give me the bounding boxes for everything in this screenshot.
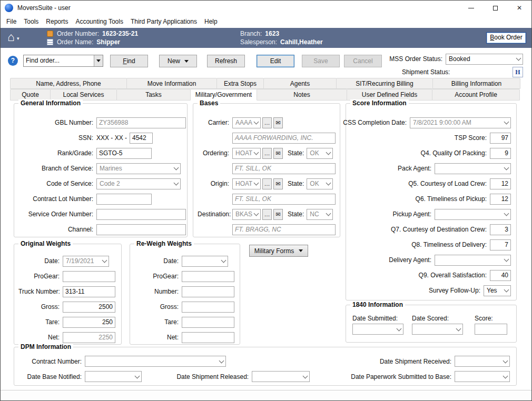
refresh-button[interactable]: Refresh — [207, 55, 245, 67]
carrier-lookup-button[interactable]: … — [262, 117, 272, 128]
date-base-notified-select[interactable] — [85, 371, 142, 382]
code-of-service-select[interactable]: Code 2 — [96, 178, 181, 189]
tab-extra-stops[interactable]: Extra Stops — [216, 78, 264, 89]
contract-number-select[interactable] — [85, 356, 226, 367]
destination-lookup-button[interactable]: … — [262, 209, 272, 220]
delivery-agent-select[interactable] — [435, 255, 511, 266]
menu-third-party-applications[interactable]: Third Party Applications — [127, 16, 201, 27]
pickup-agent-select[interactable] — [435, 209, 511, 220]
find-order-combobox[interactable]: Find order... — [23, 55, 103, 67]
maximize-button[interactable] — [483, 1, 507, 15]
help-icon[interactable]: ? — [8, 56, 18, 66]
find-order-dropdown-button[interactable] — [94, 55, 103, 66]
channel-input[interactable] — [96, 224, 186, 235]
destination-state-select[interactable]: NC — [307, 209, 333, 220]
branch-value: 1623 — [265, 30, 279, 37]
score-information-group: Score Information CSS Completion Date: 7… — [346, 103, 517, 300]
reweigh-number-input[interactable] — [182, 286, 234, 297]
date-label: Date: — [134, 257, 179, 265]
q5-courtesy-of-load-crew-input[interactable]: 12 — [490, 178, 511, 189]
q9-overall-satisfaction-input[interactable]: 40 — [490, 270, 511, 281]
original-tare-input[interactable]: 250 — [63, 317, 115, 328]
q7-courtesy-of-destination-crew-input[interactable]: 3 — [490, 224, 511, 235]
menu-accounting-tools[interactable]: Accounting Tools — [72, 16, 127, 27]
tab-account-profile[interactable]: Account Profile — [432, 89, 520, 101]
salesperson-label: Salesperson: — [240, 38, 277, 46]
tab-quote[interactable]: Quote — [10, 89, 51, 101]
ordering-mail-button[interactable]: ✉ — [273, 148, 283, 159]
tsp-score-input[interactable]: 97 — [490, 133, 511, 144]
tab-sit-recurring-billing[interactable]: SIT/Recurring Billing — [336, 78, 433, 89]
date-scored-select[interactable] — [412, 324, 463, 335]
q8-timeliness-of-delivery-input[interactable]: 7 — [490, 239, 511, 250]
score-1840-input[interactable] — [475, 324, 507, 335]
ordering-state-select[interactable]: OK — [307, 148, 333, 159]
home-menu-button[interactable]: ⌂ ▾ — [7, 30, 19, 44]
menu-bar: File Tools Reports Accounting Tools Thir… — [1, 15, 531, 28]
find-order-input[interactable]: Find order... — [24, 55, 94, 66]
menu-tools[interactable]: Tools — [20, 16, 42, 27]
close-button[interactable]: ✕ — [507, 1, 531, 15]
shipment-status-history-button[interactable]: H — [513, 67, 523, 77]
origin-base-select[interactable]: HOAT — [232, 178, 261, 189]
contract-lot-number-input[interactable] — [96, 194, 152, 205]
mail-icon: ✉ — [275, 211, 280, 218]
tab-military-government[interactable]: Military/Government — [190, 89, 257, 101]
tab-move-information[interactable]: Move Information — [126, 78, 217, 89]
tab-user-defined-fields[interactable]: User Defined Fields — [347, 89, 432, 101]
gbl-number-input[interactable]: ZY356988 — [96, 117, 186, 128]
military-forms-button[interactable]: Military Forms — [249, 245, 308, 257]
date-paperwork-submitted-select[interactable] — [455, 371, 510, 382]
tab-tasks[interactable]: Tasks — [116, 89, 191, 101]
chevron-down-icon — [503, 358, 508, 363]
destination-base-select[interactable]: BKAS — [232, 209, 261, 220]
date-shipment-released-select[interactable] — [252, 371, 310, 382]
origin-state-select[interactable]: OK — [307, 178, 333, 189]
q6-timeliness-of-pickup-input[interactable]: 12 — [490, 194, 511, 205]
menu-help[interactable]: Help — [201, 16, 221, 27]
rank-grade-input[interactable]: SGTO-5 — [96, 148, 152, 159]
ordering-lookup-button[interactable]: … — [262, 148, 272, 159]
menu-file[interactable]: File — [3, 16, 20, 27]
original-gross-input[interactable]: 2500 — [63, 302, 115, 313]
origin-lookup-button[interactable]: … — [262, 178, 272, 189]
ssn-input[interactable]: 4542 — [130, 133, 153, 144]
date-shipment-received-select[interactable] — [455, 356, 510, 367]
order-name-value: Shipper — [96, 38, 120, 46]
pack-agent-select[interactable] — [435, 163, 511, 174]
date-base-notified-label: Date Base Notified: — [19, 373, 82, 380]
original-date-select[interactable]: 7/19/2021 — [63, 256, 109, 267]
net-label: Net: — [18, 334, 60, 341]
carrier-code-select[interactable]: AAAA — [232, 117, 261, 128]
q5-label: Q5. Courtesy of Load Crew: — [408, 180, 487, 187]
reweigh-gross-input[interactable] — [182, 302, 234, 313]
tab-notes[interactable]: Notes — [257, 89, 347, 101]
menu-reports[interactable]: Reports — [42, 16, 72, 27]
book-order-button[interactable]: Book Order — [486, 32, 526, 44]
tab-local-services[interactable]: Local Services — [50, 89, 117, 101]
css-completion-date-select[interactable]: 7/8/2021 9:00:00 AM — [410, 117, 511, 128]
carrier-mail-button[interactable]: ✉ — [273, 117, 283, 128]
reweigh-net-input[interactable] — [182, 332, 234, 343]
ordering-base-select[interactable]: HOAT — [232, 148, 261, 159]
date-submitted-select[interactable] — [352, 324, 403, 335]
new-button[interactable]: New — [159, 55, 197, 67]
q4-quality-of-packing-input[interactable]: 9 — [490, 148, 511, 159]
tab-name-address-phone[interactable]: Name, Address, Phone — [10, 78, 127, 89]
destination-mail-button[interactable]: ✉ — [273, 209, 283, 220]
reweigh-date-select[interactable] — [182, 256, 228, 267]
minimize-button[interactable] — [459, 1, 483, 15]
original-progear-input[interactable] — [63, 271, 115, 282]
original-truck-number-input[interactable]: 313-11 — [63, 286, 115, 297]
branch-of-service-select[interactable]: Marines — [96, 163, 181, 174]
mss-order-status-select[interactable]: Booked — [446, 54, 523, 65]
origin-mail-button[interactable]: ✉ — [273, 178, 283, 189]
edit-button[interactable]: Edit — [257, 55, 294, 67]
service-order-number-input[interactable] — [96, 209, 186, 220]
find-button[interactable]: Find — [110, 55, 148, 67]
survey-follow-up-select[interactable]: Yes — [484, 285, 511, 296]
tab-agents[interactable]: Agents — [263, 78, 337, 89]
reweigh-tare-input[interactable] — [182, 317, 234, 328]
tab-billing-information[interactable]: Billing Information — [432, 78, 520, 89]
reweigh-progear-input[interactable] — [182, 271, 234, 282]
